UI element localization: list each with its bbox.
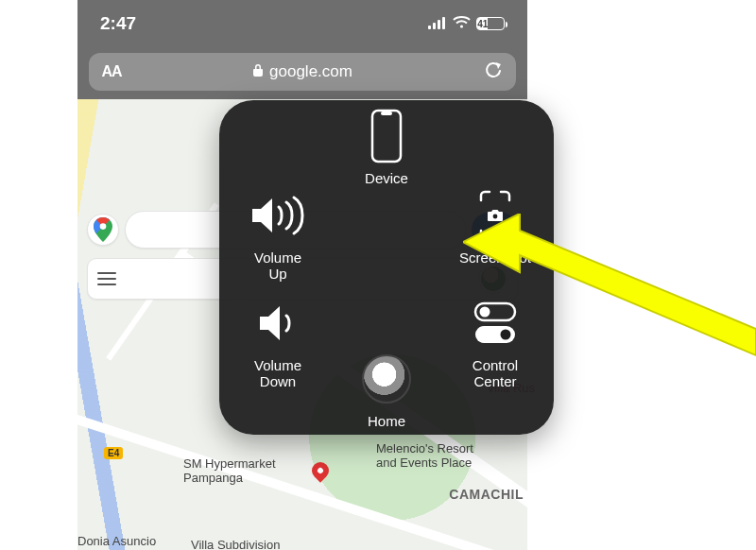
- screenshot-icon: [478, 187, 512, 244]
- svg-rect-0: [428, 26, 431, 29]
- map-label-camachil: CAMACHIL: [449, 487, 524, 502]
- svg-rect-3: [442, 17, 445, 29]
- wifi-icon: [453, 13, 471, 34]
- map-label-hypermarket: SM Hypermarket Pampanga: [183, 456, 276, 485]
- battery-icon: 41: [476, 17, 505, 30]
- volume-up-icon: [249, 187, 307, 244]
- svg-point-12: [501, 330, 511, 340]
- svg-point-5: [100, 223, 107, 230]
- map-label-donia: Donia Asuncio: [77, 534, 156, 548]
- assistivetouch-home-button[interactable]: Home: [337, 351, 436, 429]
- assistivetouch-device-button[interactable]: Device: [337, 108, 436, 186]
- svg-point-8: [493, 215, 498, 219]
- hamburger-icon[interactable]: [97, 272, 116, 286]
- cellular-icon: [428, 13, 447, 34]
- home-button-icon: [362, 351, 411, 407]
- svg-rect-7: [381, 112, 392, 115]
- assistivetouch-device-label: Device: [365, 170, 408, 186]
- assistivetouch-screenshot-button[interactable]: Screenshot: [446, 187, 544, 266]
- svg-rect-2: [438, 20, 440, 29]
- device-icon: [370, 108, 403, 164]
- svg-rect-1: [433, 23, 436, 29]
- assistivetouch-screenshot-label: Screenshot: [459, 249, 531, 266]
- url-domain[interactable]: google.com: [134, 62, 471, 81]
- map-pin-icon: [308, 458, 332, 482]
- battery-percent: 41: [477, 18, 488, 29]
- status-right: 41: [428, 13, 505, 34]
- map-label-subdiv: Villa Subdivision: [191, 538, 280, 550]
- url-text: google.com: [269, 62, 352, 81]
- assistivetouch-volume-up-button[interactable]: Volume Up: [229, 187, 327, 283]
- assistivetouch-volume-down-button[interactable]: Volume Down: [229, 295, 327, 390]
- assistivetouch-control-center-label: Control Center: [472, 357, 518, 390]
- url-bar[interactable]: AA google.com: [89, 53, 516, 91]
- text-size-button[interactable]: AA: [89, 63, 134, 80]
- assistivetouch-control-center-button[interactable]: Control Center: [446, 295, 544, 390]
- lock-icon: [252, 62, 264, 81]
- assistivetouch-volume-up-label: Volume Up: [254, 249, 301, 283]
- phone-frame: 2:47 41 AA google.com E: [77, 0, 527, 550]
- volume-down-icon: [256, 295, 300, 352]
- map-label-resort: Melencio's Resort and Events Place: [376, 441, 473, 470]
- status-time: 2:47: [100, 13, 136, 34]
- assistivetouch-home-label: Home: [368, 413, 405, 429]
- svg-point-10: [480, 307, 490, 318]
- control-center-icon: [472, 295, 519, 352]
- refresh-button[interactable]: [471, 60, 516, 83]
- svg-rect-6: [372, 111, 401, 162]
- assistivetouch-volume-down-label: Volume Down: [254, 357, 301, 390]
- road-shield-e4: E4: [104, 447, 123, 459]
- status-bar: 2:47 41: [77, 0, 527, 47]
- svg-point-4: [460, 25, 463, 27]
- google-maps-logo[interactable]: [87, 214, 119, 246]
- assistivetouch-panel: Device Volume Up Screenshot Volume Down …: [219, 100, 554, 435]
